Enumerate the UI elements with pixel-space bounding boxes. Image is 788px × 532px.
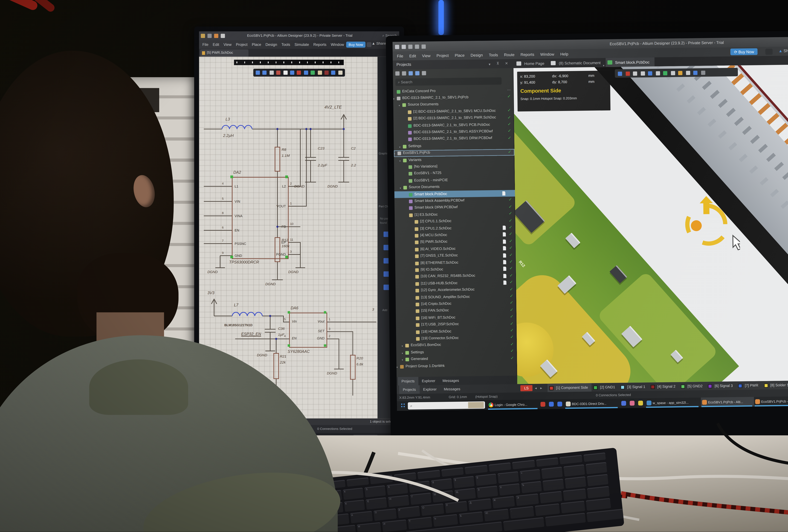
menu-item-edit[interactable]: Edit (406, 51, 419, 60)
keyboard-key[interactable] (583, 452, 606, 462)
keyboard-key[interactable] (564, 464, 585, 476)
tool-icon-0[interactable] (618, 72, 622, 76)
panel-collapse-icon[interactable]: ▼ (488, 62, 491, 66)
panel-tab-messages[interactable]: Messages (439, 376, 463, 385)
panel-pin-icon[interactable]: ⊼ (496, 61, 499, 65)
keyboard-key[interactable] (563, 489, 586, 501)
toolbar-icon-1[interactable] (208, 34, 212, 38)
menu-item-file[interactable]: File (394, 52, 406, 60)
keyboard-key[interactable]: Ъ (521, 481, 542, 493)
menu-item-file[interactable]: File (200, 40, 211, 49)
keyboard-key[interactable]: . (510, 506, 534, 519)
doc-tab-2[interactable]: Smart block.PcbDoc (605, 57, 654, 67)
tool-icon-9[interactable] (686, 71, 690, 75)
comment-icon[interactable] (765, 48, 772, 55)
keyboard-key[interactable] (560, 501, 585, 513)
pcb-3d-viewport[interactable]: L24 C30 R12 R21 0603 (513, 65, 788, 384)
tree-expand-icon[interactable]: ▾ (399, 159, 401, 162)
more-icon[interactable]: ⋯ (507, 87, 511, 92)
keyboard-key[interactable] (587, 474, 609, 486)
toolbar-icon-1[interactable] (402, 71, 406, 76)
tree-expand-icon[interactable]: ▾ (399, 145, 400, 148)
comment-icon[interactable] (367, 42, 372, 47)
tool-icon-6[interactable] (663, 71, 667, 75)
keyboard-key[interactable] (545, 513, 586, 527)
menu-item-project[interactable]: Project (234, 40, 250, 49)
menu-item-window[interactable]: Window (537, 50, 557, 59)
keyboard-key[interactable] (586, 508, 624, 522)
toolbar-icon-1[interactable] (401, 44, 406, 49)
menu-item-window[interactable]: Window (329, 40, 346, 49)
menu-item-route[interactable]: Route (501, 50, 517, 59)
tree-expand-icon[interactable]: ▾ (400, 186, 401, 190)
keyboard-key[interactable] (565, 476, 587, 489)
tree-expand-icon[interactable]: ▾ (396, 365, 398, 368)
menu-item-tools[interactable]: Tools (486, 50, 501, 60)
toolbar-icon-4[interactable] (422, 71, 426, 75)
toolbar-icon-2[interactable] (408, 44, 412, 48)
keyboard-key[interactable] (559, 455, 582, 465)
tree-expand-icon[interactable]: ▾ (399, 104, 400, 107)
doc-tab-1[interactable]: (8) Schematic Document▼ (549, 58, 606, 68)
menu-item-place[interactable]: Place (452, 51, 468, 60)
toolbar-icon-4[interactable] (421, 44, 426, 48)
panel-tab-projects[interactable]: Projects (398, 377, 418, 386)
keyboard-key[interactable] (586, 462, 607, 474)
keyboard-key[interactable]: = (519, 469, 541, 481)
menu-item-design[interactable]: Design (468, 51, 486, 60)
share-button[interactable]: ▲ Share (779, 48, 788, 53)
toolbar-icon-2[interactable] (409, 71, 413, 76)
tree-expand-icon[interactable]: ▾ (402, 352, 403, 355)
viewport-toolbar[interactable] (615, 68, 738, 78)
tool-icon-11[interactable] (701, 70, 705, 75)
tool-icon-4[interactable] (648, 71, 652, 75)
tool-icon-5[interactable] (655, 71, 660, 75)
panel-close-icon[interactable]: ✕ (505, 61, 508, 65)
tab-pwr-schdoc[interactable]: [5] PWR.SchDoc (200, 50, 249, 57)
toolbar-icon-0[interactable] (395, 44, 399, 49)
tool-icon-3[interactable] (641, 71, 645, 75)
tool-icon-1[interactable] (625, 71, 630, 76)
keyboard-key[interactable] (539, 491, 562, 504)
buy-now-button[interactable]: Buy Now (346, 41, 366, 47)
buy-now-button[interactable]: ⟳ Buy Now (730, 48, 758, 55)
toolbar-icon-2[interactable] (214, 34, 218, 38)
tool-icon-2[interactable] (633, 71, 637, 75)
toolbar-icon-0[interactable] (201, 34, 205, 38)
keyboard-key[interactable] (535, 503, 560, 516)
keyboard-key[interactable]: Э (516, 493, 539, 506)
menu-item-tools[interactable]: Tools (279, 40, 292, 49)
keyboard-key[interactable] (587, 486, 610, 498)
panel-tab-explorer[interactable]: Explorer (418, 377, 439, 385)
share-button[interactable]: ▲ Share (372, 42, 386, 45)
menu-item-project[interactable]: Project (433, 51, 452, 60)
tree-expand-icon[interactable]: ▾ (402, 358, 403, 361)
tool-icon-7[interactable] (671, 71, 675, 75)
menu-item-edit[interactable]: Edit (211, 40, 221, 49)
toolbar-icon-3[interactable] (415, 44, 419, 48)
tree-expand-icon[interactable]: ▾ (402, 344, 403, 348)
keyboard-key[interactable] (536, 457, 558, 467)
menu-item-design[interactable]: Design (263, 40, 279, 49)
menu-item-help[interactable]: Help (557, 49, 571, 58)
tool-icon-10[interactable] (693, 71, 697, 75)
tree-expand-icon[interactable]: ▾ (394, 152, 395, 155)
projects-search-box[interactable]: ⌕ Search (395, 77, 501, 86)
menu-item-view[interactable]: View (221, 40, 234, 49)
doc-tab-0[interactable]: Home Page (515, 59, 549, 68)
toolbar-icon-3[interactable] (221, 34, 225, 38)
keyboard-key[interactable] (512, 460, 535, 469)
menu-item-simulate[interactable]: Simulate (292, 40, 311, 49)
tool-icon-8[interactable] (678, 71, 683, 75)
tree-expand-icon[interactable]: ▾ (393, 97, 394, 100)
menu-item-place[interactable]: Place (250, 40, 263, 49)
tree-item[interactable]: ▾Project Group 1.DsnWrk (396, 362, 517, 370)
keyboard-key[interactable] (586, 498, 611, 511)
keyboard-key[interactable] (543, 478, 564, 491)
menu-item-reports[interactable]: Reports (517, 50, 537, 59)
menu-item-reports[interactable]: Reports (311, 40, 329, 49)
move-gizmo[interactable] (673, 191, 740, 258)
keyboard-key[interactable] (541, 467, 563, 479)
menu-item-view[interactable]: View (419, 51, 433, 60)
toolbar-icon-3[interactable] (415, 71, 419, 75)
